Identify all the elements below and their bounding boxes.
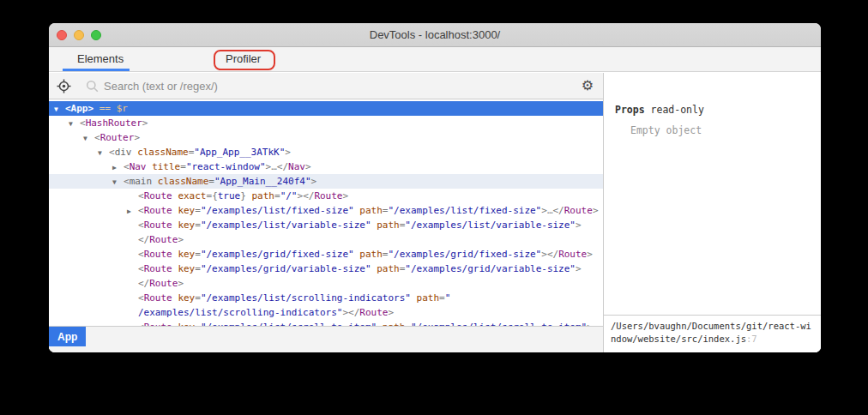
tree-row-route-root[interactable]: <Route exact={true} path="/"></Route> [49,189,603,203]
tree-row-close-route-1[interactable]: </Route> [49,232,603,247]
tree-row-route-list-fixed[interactable]: ▶<Route key="/examples/list/fixed-size" … [49,203,603,218]
pane-footer-strip [49,346,603,352]
minimize-window-button[interactable] [74,30,84,40]
tree-row-close-route-2[interactable]: </Route> [49,276,603,291]
main-content: ⚙ ▼<App> == $r▼<HashRouter>▼<Router>▼<di… [49,73,821,352]
props-readonly-label: read-only [651,104,704,116]
props-empty-object: Empty object [630,124,821,136]
window-title: DevTools - localhost:3000/ [49,23,821,46]
tab-profiler[interactable]: Profiler [226,47,261,71]
tree-row-route-list-variable[interactable]: <Route key="/examples/list/variable-size… [49,218,603,232]
source-location: /Users/bvaughn/Documents/git/react-windo… [604,315,821,352]
props-title: Props [615,104,645,116]
fullscreen-window-button[interactable] [91,30,101,40]
search-toolbar: ⚙ [49,73,603,99]
tree-row-route-grid-fixed[interactable]: <Route key="/examples/grid/fixed-size" p… [49,247,603,262]
component-tree[interactable]: ▼<App> == $r▼<HashRouter>▼<Router>▼<div … [49,99,603,326]
search-input[interactable] [104,80,582,93]
expand-arrow-icon[interactable]: ▶ [127,204,138,219]
collapse-arrow-icon[interactable]: ▼ [69,117,80,131]
tree-row-div-app[interactable]: ▼<div className="App_App__3ATkK"> [49,145,603,159]
tree-row-hashrouter[interactable]: ▼<HashRouter> [49,116,603,130]
expand-arrow-icon[interactable]: ▶ [112,160,124,175]
traffic-lights [57,30,101,40]
tree-row-route-scroll-to-item-clipped[interactable]: <Route key="/examples/list/scroll-to-ite… [49,320,603,326]
collapse-arrow-icon[interactable]: ▼ [54,102,65,117]
tree-row-route-scrolling-indicators-line2[interactable]: /examples/list/scrolling-indicators"></R… [49,305,603,320]
tree-row-app[interactable]: ▼<App> == $r [49,101,603,116]
tree-row-main[interactable]: ▼<main className="App_Main__240f4"> [49,174,603,189]
window-titlebar: DevTools - localhost:3000/ [49,23,821,47]
devtools-window: DevTools - localhost:3000/ Elements Prof… [49,23,821,352]
inspect-element-icon[interactable] [57,79,71,93]
breadcrumb-app-badge[interactable]: App [49,327,86,346]
tree-row-route-grid-variable[interactable]: <Route key="/examples/grid/variable-size… [49,262,603,276]
tree-row-router[interactable]: ▼<Router> [49,130,603,145]
collapse-arrow-icon[interactable]: ▼ [112,175,124,189]
tab-bar: Elements Profiler [49,47,821,72]
search-icon [86,80,99,93]
active-tab-indicator [63,69,130,71]
collapse-arrow-icon[interactable]: ▼ [98,146,109,160]
tree-row-route-scrolling-indicators-line1[interactable]: <Route key="/examples/list/scrolling-ind… [49,291,603,305]
gear-icon[interactable]: ⚙ [582,79,594,93]
source-line-number: :7 [746,334,757,344]
breadcrumb-bar: App [49,326,603,346]
collapse-arrow-icon[interactable]: ▼ [83,131,94,146]
close-window-button[interactable] [57,30,67,40]
elements-pane: ⚙ ▼<App> == $r▼<HashRouter>▼<Router>▼<di… [49,73,603,352]
tree-row-nav[interactable]: ▶<Nav title="react-window">…</Nav> [49,159,603,174]
screenshot-canvas: DevTools - localhost:3000/ Elements Prof… [0,0,868,415]
source-file-path: /Users/bvaughn/Documents/git/react-windo… [611,321,811,344]
tab-elements[interactable]: Elements [77,47,124,71]
props-panel: Props read-only Empty object /Users/bvau… [603,73,821,352]
props-header: Props read-only [615,104,821,116]
